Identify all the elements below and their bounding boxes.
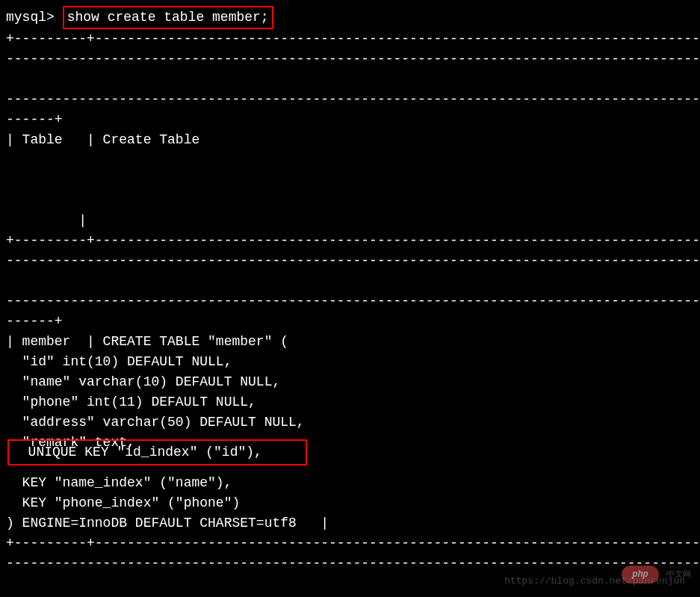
spacer-line xyxy=(6,150,694,170)
highlighted-unique-key: UNIQUE KEY "id_index" ("id"), xyxy=(7,439,307,465)
separator-line: ----------------------------------------… xyxy=(6,49,694,69)
separator-line: +---------+-----------------------------… xyxy=(6,231,694,251)
separator-line: ----------------------------------------… xyxy=(6,251,694,271)
command-prompt-line[interactable]: mysql> show create table member; xyxy=(6,6,694,29)
separator-line: +---------+-----------------------------… xyxy=(6,533,694,554)
separator-line: ----------------------------------------… xyxy=(6,594,694,597)
separator-line xyxy=(6,69,694,90)
result-row: "id" int(10) DEFAULT NULL, xyxy=(6,352,694,372)
watermark-url: https://blog.csdn.net/panrenjun xyxy=(504,574,685,589)
separator-line: ------+ xyxy=(6,110,694,130)
result-row: | member | CREATE TABLE "member" ( xyxy=(6,332,694,352)
result-row: "name" varchar(10) DEFAULT NULL, xyxy=(6,372,694,392)
mysql-prompt: mysql> xyxy=(6,7,63,28)
table-header: | Table | Create Table xyxy=(6,130,694,150)
result-row: "address" varchar(50) DEFAULT NULL, xyxy=(6,412,694,433)
result-row: ) ENGINE=InnoDB DEFAULT CHARSET=utf8 | xyxy=(6,513,694,533)
spacer-line xyxy=(6,191,694,211)
spacer-line: | xyxy=(6,211,694,231)
separator-line: ----------------------------------------… xyxy=(6,90,694,110)
separator-line: ------+ xyxy=(6,312,694,332)
result-row: "phone" int(11) DEFAULT NULL, xyxy=(6,392,694,412)
separator-line: ----------------------------------------… xyxy=(6,291,694,312)
result-row: KEY "name_index" ("name"), xyxy=(6,473,694,493)
spacer-line xyxy=(6,170,694,191)
highlighted-command: show create table member; xyxy=(63,6,273,29)
separator-line: +---------+-----------------------------… xyxy=(6,29,694,49)
separator-line: ----------------------------------------… xyxy=(6,554,694,574)
separator-line xyxy=(6,271,694,291)
result-row: KEY "phone_index" ("phone") xyxy=(6,493,694,513)
